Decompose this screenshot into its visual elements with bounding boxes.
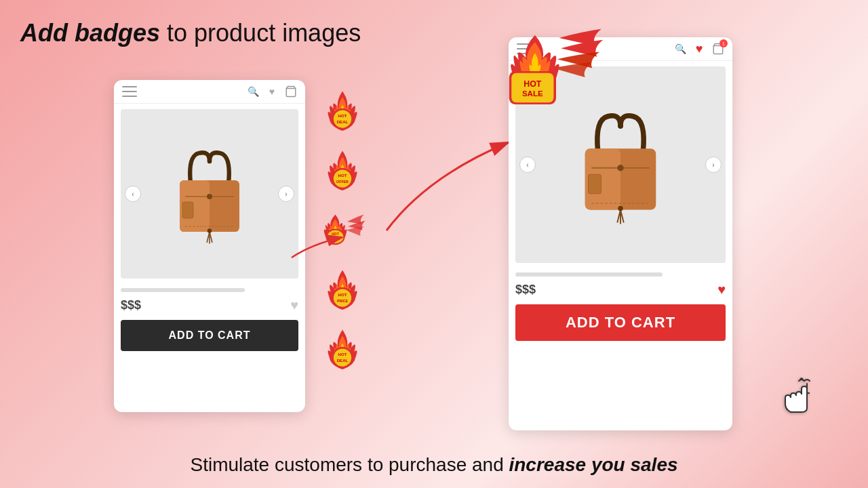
left-phone-header: 🔍 ♥ <box>114 80 305 104</box>
svg-text:PRICE: PRICE <box>337 299 349 303</box>
right-heart-icon[interactable]: ♥ <box>693 43 705 55</box>
right-product-info: $$$ ♥ <box>509 268 732 298</box>
heart-icon[interactable]: ♥ <box>266 85 278 98</box>
left-price: $$$ <box>121 298 141 312</box>
left-product-info: $$$ ♥ <box>114 284 305 313</box>
badge-hot-sale-selected: HOT SALE <box>319 207 366 255</box>
left-add-to-cart-button[interactable]: ADD TO CART <box>121 320 298 351</box>
left-product-image: ‹ › <box>121 109 298 279</box>
svg-point-41 <box>617 165 624 171</box>
right-favorite-icon[interactable]: ♥ <box>717 282 726 298</box>
right-price: $$$ <box>515 283 536 297</box>
left-price-row: $$$ ♥ <box>121 298 298 313</box>
page-subtitle: Stimulate customers to purchase and incr… <box>190 454 677 476</box>
subtitle-highlight: increase you sales <box>509 454 677 475</box>
cart-count-badge: 1 <box>719 39 728 47</box>
svg-text:HOT: HOT <box>332 232 338 236</box>
svg-text:HOT: HOT <box>338 173 347 178</box>
right-price-row: $$$ ♥ <box>515 282 726 298</box>
right-carousel-next[interactable]: › <box>705 157 722 173</box>
right-search-icon[interactable]: 🔍 <box>674 43 686 55</box>
left-phone-mockup: 🔍 ♥ ‹ <box>114 80 305 412</box>
svg-text:DEAL: DEAL <box>337 358 349 363</box>
right-rating-bar <box>515 272 663 277</box>
svg-text:OFFER: OFFER <box>336 180 349 184</box>
svg-text:HOT: HOT <box>524 79 542 89</box>
svg-point-47 <box>618 206 623 211</box>
svg-rect-6 <box>182 202 193 218</box>
cursor-hand-icon <box>781 374 822 415</box>
svg-text:HOT: HOT <box>338 292 347 297</box>
svg-text:HOT: HOT <box>338 113 347 118</box>
title-bold: Add badges <box>20 19 160 47</box>
svg-text:HOT: HOT <box>338 352 347 357</box>
right-cart-icon[interactable]: 1 <box>712 43 724 55</box>
svg-point-20 <box>328 230 344 244</box>
left-rating-bar <box>121 288 245 292</box>
badge-hot-offer: HOT OFFER <box>319 148 366 195</box>
left-carousel-prev[interactable]: ‹ <box>125 186 141 202</box>
title-suffix: to product images <box>167 19 361 47</box>
cart-icon[interactable] <box>285 85 297 98</box>
left-handbag-image <box>155 140 264 248</box>
hamburger-icon[interactable] <box>122 86 137 97</box>
svg-rect-43 <box>589 174 601 194</box>
left-carousel-next[interactable]: › <box>278 186 294 202</box>
badge-hot-deal-1: HOT DEAL <box>319 88 366 136</box>
svg-text:SALE: SALE <box>522 89 543 98</box>
right-phone-mockup: HOT SALE 🔍 ♥ 1 ‹ <box>509 37 732 430</box>
left-favorite-icon[interactable]: ♥ <box>290 298 298 313</box>
right-add-to-cart-button[interactable]: ADD TO CART <box>515 304 726 341</box>
right-handbag-image <box>556 100 685 229</box>
page-title: Add badges to product images <box>20 19 361 47</box>
subtitle-text: Stimulate customers to purchase and <box>190 454 509 475</box>
svg-text:SALE: SALE <box>331 237 340 241</box>
badge-hot-deal-2: HOT DEAL <box>319 327 366 374</box>
badge-hot-price: HOT PRICE <box>319 267 366 314</box>
svg-point-10 <box>208 228 212 232</box>
search-icon[interactable]: 🔍 <box>247 85 259 98</box>
right-carousel-prev[interactable]: ‹ <box>519 157 536 173</box>
svg-text:DEAL: DEAL <box>337 119 349 124</box>
svg-point-4 <box>207 194 212 199</box>
hot-sale-badge-large: HOT SALE <box>502 27 610 115</box>
badges-selection-area: HOT DEAL HOT OFFER HOT <box>319 88 366 374</box>
